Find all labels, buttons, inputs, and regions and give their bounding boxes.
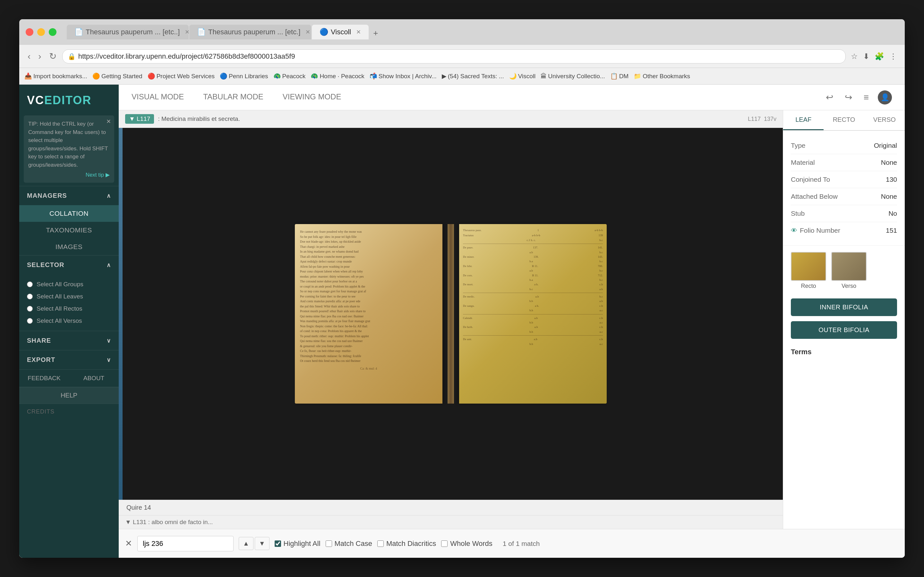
bookmark-dm[interactable]: 📋 DM <box>610 73 629 80</box>
download-icon[interactable]: ⬇ <box>862 51 871 62</box>
terms-label: Terms <box>791 348 897 356</box>
tabular-mode-tab[interactable]: TABULAR MODE <box>203 90 263 105</box>
images-nav-item[interactable]: IMAGES <box>19 239 119 255</box>
export-section: EXPORT ∨ <box>19 350 119 369</box>
tab-close-1[interactable]: ✕ <box>185 29 189 35</box>
select-all-leaves-label: Select All Leaves <box>37 293 83 300</box>
folio-eye-icon[interactable]: 👁 <box>791 227 797 234</box>
bookmark-penn[interactable]: 🔵 Penn Libraries <box>220 73 268 80</box>
help-button[interactable]: HELP <box>19 387 119 404</box>
bookmark-getting-started[interactable]: 🟠 Getting Started <box>92 73 142 80</box>
select-all-leaves-radio[interactable] <box>27 293 33 300</box>
select-all-rectos[interactable]: Select All Rectos <box>27 303 111 315</box>
bookmark-import[interactable]: 📥 Import bookmarks... <box>24 73 87 80</box>
feedback-button[interactable]: FEEDBACK <box>19 370 69 387</box>
image-viewer[interactable]: He cannot any feare poudred why the mone… <box>119 128 783 500</box>
outer-bifolia-button[interactable]: OUTER BIFOLIA <box>791 321 897 339</box>
browser-tab-2[interactable]: 📄 Thesaurus pauperum ... [etc.] ✕ <box>189 25 311 39</box>
share-label: SHARE <box>27 337 51 344</box>
leaf-tab[interactable]: LEAF <box>783 110 824 130</box>
bookmark-show-inbox[interactable]: 📬 Show Inbox | Archiv... <box>370 73 437 80</box>
recto-thumbnail[interactable]: Recto <box>791 252 826 290</box>
match-case-label: Match Case <box>334 540 372 548</box>
match-diacritics-checkbox[interactable] <box>377 540 384 547</box>
minimize-window-button[interactable] <box>37 28 45 36</box>
match-diacritics-option[interactable]: Match Diacritics <box>377 540 436 548</box>
export-header[interactable]: EXPORT ∨ <box>19 350 119 369</box>
verso-thumb-image <box>831 252 867 281</box>
selector-header[interactable]: SELECTOR ∧ <box>19 255 119 274</box>
managers-section: MANAGERS ∧ COLLATION TAXONOMIES IMAGES <box>19 186 119 255</box>
browser-tab-3[interactable]: 🔵 Viscoll ✕ <box>312 25 368 39</box>
manuscript-left-page: He cannot any feare poudred why the mone… <box>295 224 443 404</box>
find-next-button[interactable]: ▼ <box>255 537 270 550</box>
select-all-groups[interactable]: Select All Groups <box>27 278 111 290</box>
tab-close-2[interactable]: ✕ <box>305 29 310 35</box>
recto-thumb-image <box>791 252 826 281</box>
maximize-window-button[interactable] <box>49 28 57 36</box>
taxonomies-nav-item[interactable]: TAXONOMIES <box>19 222 119 239</box>
tip-text: TIP: Hold the CTRL key (or Command key f… <box>28 120 110 169</box>
filter-button[interactable]: ≡ <box>861 90 871 105</box>
select-all-versos-radio[interactable] <box>27 318 33 324</box>
inner-bifolia-button[interactable]: INNER BIFOLIA <box>791 298 897 316</box>
forward-button[interactable]: › <box>36 49 43 63</box>
verso-thumbnail[interactable]: Verso <box>831 252 867 290</box>
verso-tab[interactable]: VERSO <box>864 110 905 130</box>
visual-mode-tab[interactable]: VISUAL MODE <box>132 90 184 105</box>
extensions-icon[interactable]: 🧩 <box>873 51 885 62</box>
managers-header[interactable]: MANAGERS ∧ <box>19 186 119 205</box>
bookmark-university[interactable]: 🏛 University Collectio... <box>541 73 605 80</box>
select-all-versos[interactable]: Select All Versos <box>27 315 111 327</box>
close-tip-button[interactable]: ✕ <box>106 118 111 125</box>
next-tip-button[interactable]: Next tip ▶ <box>28 171 110 178</box>
menu-icon[interactable]: ⋮ <box>888 51 898 62</box>
bookmark-project-web[interactable]: 🔴 Project Web Services <box>148 73 215 80</box>
bookmark-sacred-texts[interactable]: ▶ (54) Sacred Texts: ... <box>442 73 504 80</box>
bookmarks-bar: 📥 Import bookmarks... 🟠 Getting Started … <box>19 68 905 85</box>
back-button[interactable]: ‹ <box>26 49 32 63</box>
bookmark-icon[interactable]: ☆ <box>850 51 859 62</box>
next-leaf-bar: ▼ L131 : albo omni de facto in... <box>119 515 783 529</box>
highlight-all-option[interactable]: Highlight All <box>275 540 320 548</box>
select-all-leaves[interactable]: Select All Leaves <box>27 290 111 303</box>
collation-nav-item[interactable]: COLLATION <box>19 205 119 222</box>
left-handwriting: He cannot any feare poudred why the mone… <box>300 229 437 371</box>
bookmark-viscoll[interactable]: 🌙 Viscoll <box>509 73 536 80</box>
attached-row: Attached Below None <box>791 188 897 205</box>
book-spine <box>447 224 454 404</box>
undo-button[interactable]: ↩ <box>823 89 836 105</box>
bookmark-home-peacock[interactable]: 🦚 Home · Peacock <box>310 73 364 80</box>
find-input[interactable] <box>137 536 234 551</box>
bookmark-peacock[interactable]: 🦚 Peacock <box>273 73 306 80</box>
address-bar[interactable]: 🔒 https://vceditor.library.upenn.edu/pro… <box>62 49 846 63</box>
browser-tabs: 📄 Thesaurus pauperum ... [etc..] ✕ 📄 The… <box>67 25 898 39</box>
share-header[interactable]: SHARE ∨ <box>19 331 119 350</box>
conjoined-label: Conjoined To <box>791 176 830 183</box>
close-window-button[interactable] <box>26 28 33 36</box>
select-all-rectos-radio[interactable] <box>27 306 33 311</box>
find-close-button[interactable]: ✕ <box>125 538 132 548</box>
redo-button[interactable]: ↪ <box>842 89 855 105</box>
tab-label-3: Viscoll <box>331 28 351 36</box>
whole-words-option[interactable]: Whole Words <box>441 540 493 548</box>
viewing-mode-tab[interactable]: VIEWING MODE <box>283 90 341 105</box>
refresh-button[interactable]: ↻ <box>47 49 58 63</box>
highlight-all-checkbox[interactable] <box>275 540 281 547</box>
tab-close-3[interactable]: ✕ <box>356 29 361 35</box>
new-tab-button[interactable]: + <box>369 27 382 39</box>
manuscript-images: He cannot any feare poudred why the mone… <box>295 224 607 404</box>
about-button[interactable]: ABOUT <box>69 370 119 387</box>
match-case-checkbox[interactable] <box>326 540 332 547</box>
select-all-groups-radio[interactable] <box>27 282 33 287</box>
tab-label-2: Thesaurus pauperum ... [etc.] <box>208 28 300 36</box>
recto-tab[interactable]: RECTO <box>824 110 864 130</box>
user-button[interactable]: 👤 <box>878 90 892 105</box>
browser-tab-1[interactable]: 📄 Thesaurus pauperum ... [etc..] ✕ <box>67 25 189 39</box>
window-controls <box>26 28 57 36</box>
whole-words-checkbox[interactable] <box>441 540 447 547</box>
match-case-option[interactable]: Match Case <box>326 540 372 548</box>
find-previous-button[interactable]: ▲ <box>239 537 254 550</box>
bookmark-other[interactable]: 📁 Other Bookmarks <box>634 73 690 80</box>
security-lock-icon: 🔒 <box>68 53 76 60</box>
